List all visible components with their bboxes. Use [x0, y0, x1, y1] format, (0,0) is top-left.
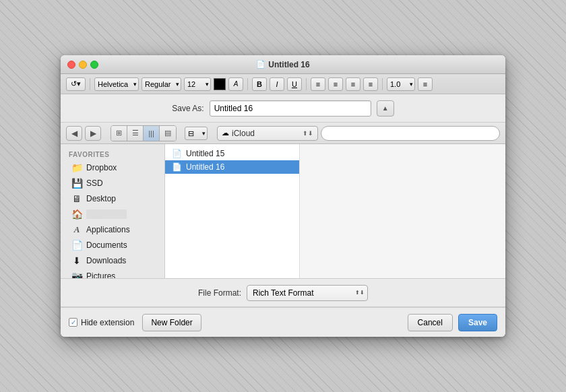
- file-label-untitled15: Untitled 15: [186, 149, 224, 158]
- toolbar-history-btn[interactable]: ↺▾: [66, 77, 86, 91]
- toolbar-divider-1: [90, 78, 90, 90]
- file-icon-untitled16: 📄: [172, 162, 182, 172]
- main-area: FAVORITES 📁 Dropbox 💾 SSD 🖥 Desktop 🏠 __…: [61, 144, 505, 279]
- list-button[interactable]: ≡: [418, 77, 433, 91]
- downloads-label: Downloads: [86, 256, 126, 265]
- file-icon-untitled15: 📄: [172, 149, 182, 158]
- sidebar-item-applications[interactable]: A Applications: [63, 222, 162, 237]
- column-view-button[interactable]: |||: [144, 126, 160, 141]
- sidebar-item-desktop[interactable]: 🖥 Desktop: [63, 191, 162, 206]
- line-spacing-wrapper: 1.0: [387, 77, 415, 91]
- font-select[interactable]: Helvetica: [94, 77, 139, 91]
- file-detail-area: [300, 144, 505, 278]
- documents-icon: 📄: [71, 240, 82, 251]
- sidebar-item-ssd[interactable]: 💾 SSD: [63, 176, 162, 191]
- save-button[interactable]: Save: [458, 314, 497, 331]
- cover-view-button[interactable]: ▤: [160, 126, 176, 141]
- applications-label: Applications: [86, 225, 130, 234]
- hide-extension-text: Hide extension: [81, 318, 134, 327]
- style-select-wrapper: Regular: [142, 77, 181, 91]
- applications-icon: A: [71, 224, 82, 235]
- save-as-row: Save As: ▲: [61, 94, 505, 123]
- sidebar-item-pictures[interactable]: 📷 Pictures: [63, 269, 162, 278]
- file-item-untitled15[interactable]: 📄 Untitled 15: [165, 147, 299, 160]
- back-button[interactable]: ◀: [66, 126, 82, 141]
- dropbox-label: Dropbox: [86, 163, 117, 172]
- size-select[interactable]: 12: [184, 77, 211, 91]
- window-title: Untitled 16: [268, 60, 309, 69]
- hide-extension-label[interactable]: ✓ Hide extension: [69, 318, 134, 327]
- desktop-icon: 🖥: [71, 193, 82, 204]
- forward-button[interactable]: ▶: [85, 126, 101, 141]
- save-dialog-window: 📄 Untitled 16 ↺▾ Helvetica Regular 12 A …: [61, 55, 505, 337]
- size-select-wrapper: 12: [184, 77, 211, 91]
- pictures-icon: 📷: [71, 271, 82, 278]
- bold-button[interactable]: B: [252, 77, 267, 91]
- font-select-wrapper: Helvetica: [94, 77, 139, 91]
- search-input[interactable]: [321, 126, 500, 141]
- view-button-group: ⊞ ☰ ||| ▤: [111, 125, 177, 141]
- align-right-button[interactable]: ≡: [346, 77, 360, 91]
- hide-extension-checkbox[interactable]: ✓: [69, 318, 77, 327]
- actions-bar: ✓ Hide extension New Folder Cancel Save: [61, 307, 505, 337]
- file-column-1: 📄 Untitled 15 📄 Untitled 16: [165, 144, 300, 278]
- arrange-select[interactable]: ⊟: [185, 127, 208, 140]
- search-wrapper: 🔍: [321, 126, 500, 141]
- italic-button[interactable]: I: [270, 77, 284, 91]
- sidebar-item-dropbox[interactable]: 📁 Dropbox: [63, 160, 162, 175]
- style-select[interactable]: Regular: [142, 77, 181, 91]
- grid-view-button[interactable]: ⊞: [111, 126, 127, 141]
- toolbar-divider-2: [247, 78, 248, 90]
- align-justify-button[interactable]: ≡: [363, 77, 378, 91]
- document-icon: 📄: [256, 60, 265, 69]
- file-label-untitled16: Untitled 16: [186, 162, 224, 172]
- minimize-button[interactable]: [79, 61, 87, 69]
- color-picker[interactable]: [214, 78, 226, 90]
- location-label: iCloud: [232, 129, 300, 138]
- dropdown-arrow-icon: ⬆⬇: [303, 130, 313, 137]
- sidebar-item-documents[interactable]: 📄 Documents: [63, 238, 162, 253]
- text-toolbar: ↺▾ Helvetica Regular 12 A B I U ≡ ≡ ≡ ≡: [61, 74, 505, 94]
- format-label: File Format:: [198, 288, 241, 298]
- navigation-bar: ◀ ▶ ⊞ ☰ ||| ▤ ⊟ ☁ iCloud ⬆⬇ 🔍: [61, 123, 505, 144]
- desktop-label: Desktop: [86, 194, 116, 203]
- format-select[interactable]: Rich Text Format Plain Text Word Documen…: [247, 285, 368, 301]
- cloud-icon: ☁: [222, 129, 229, 137]
- documents-label: Documents: [86, 240, 127, 250]
- underline-button[interactable]: U: [287, 77, 302, 91]
- file-item-untitled16[interactable]: 📄 Untitled 16: [165, 160, 299, 174]
- expand-button[interactable]: ▲: [377, 100, 394, 117]
- align-center-button[interactable]: ≡: [328, 77, 343, 91]
- save-as-label: Save As:: [172, 104, 203, 113]
- action-button-group: Cancel Save: [408, 314, 497, 331]
- list-view-button[interactable]: ☰: [127, 126, 144, 141]
- align-left-button[interactable]: ≡: [311, 77, 325, 91]
- text-style-btn[interactable]: A: [228, 77, 243, 91]
- toolbar-divider-3: [306, 78, 307, 90]
- ssd-label: SSD: [86, 178, 103, 188]
- close-button[interactable]: [67, 61, 75, 69]
- new-folder-button[interactable]: New Folder: [142, 314, 201, 331]
- maximize-button[interactable]: [90, 61, 98, 69]
- filename-input[interactable]: [210, 100, 371, 117]
- format-bar: File Format: Rich Text Format Plain Text…: [61, 279, 505, 307]
- cancel-button[interactable]: Cancel: [408, 314, 453, 331]
- file-list-area: 📄 Untitled 15 📄 Untitled 16: [165, 144, 505, 278]
- line-spacing-select[interactable]: 1.0: [387, 77, 415, 91]
- home-icon: 🏠: [71, 209, 82, 220]
- window-title-group: 📄 Untitled 16: [256, 60, 309, 69]
- title-bar: 📄 Untitled 16: [61, 55, 505, 74]
- arrange-select-wrapper: ⊟: [185, 127, 208, 140]
- toolbar-divider-4: [382, 78, 383, 90]
- ssd-icon: 💾: [71, 178, 82, 189]
- dropbox-icon: 📁: [71, 162, 82, 173]
- downloads-icon: ⬇: [71, 255, 82, 266]
- sidebar-item-downloads[interactable]: ⬇ Downloads: [63, 253, 162, 268]
- format-select-wrapper: Rich Text Format Plain Text Word Documen…: [247, 285, 368, 301]
- sidebar: FAVORITES 📁 Dropbox 💾 SSD 🖥 Desktop 🏠 __…: [61, 144, 165, 278]
- traffic-lights: [67, 61, 98, 69]
- pictures-label: Pictures: [86, 271, 115, 278]
- location-dropdown[interactable]: ☁ iCloud ⬆⬇: [217, 126, 318, 141]
- favorites-header: FAVORITES: [61, 148, 164, 160]
- sidebar-item-home[interactable]: 🏠 ____: [63, 207, 162, 222]
